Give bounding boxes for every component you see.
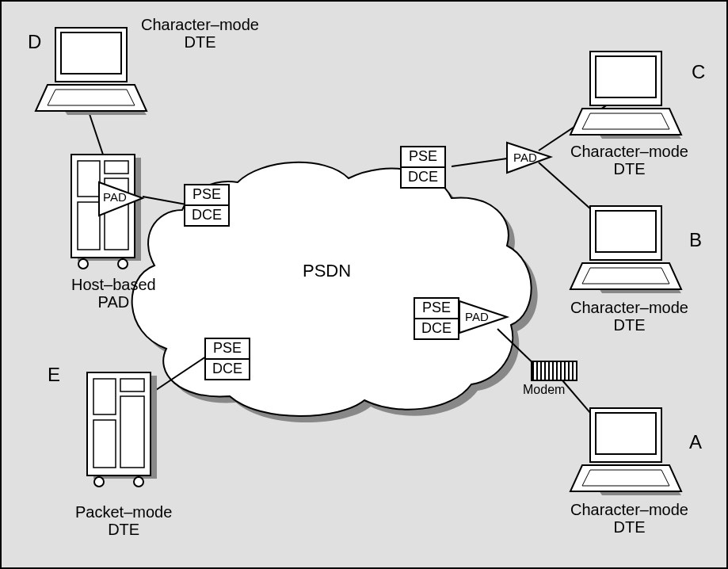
svg-marker-27 — [582, 470, 669, 486]
packet-server-icon — [87, 372, 157, 487]
modem-icon — [531, 361, 577, 381]
svg-marker-22 — [582, 268, 669, 284]
pse-dce-box-bottom-left: PSE DCE — [204, 338, 250, 380]
svg-rect-40 — [120, 396, 144, 468]
svg-point-43 — [134, 477, 143, 487]
pse-label: PSE — [402, 147, 444, 168]
packet-mode-label: Packet–mode DTE — [75, 503, 172, 538]
pse-dce-box-bottom-right: PSE DCE — [414, 297, 459, 340]
char-mode-a-label: Character–mode DTE — [570, 501, 688, 536]
laptop-d-icon — [36, 28, 147, 115]
dce-label: DCE — [206, 360, 249, 379]
laptop-c-icon — [570, 52, 681, 139]
svg-rect-20 — [596, 211, 656, 252]
svg-point-34 — [78, 259, 88, 269]
svg-marker-17 — [582, 113, 669, 129]
letter-d: D — [28, 32, 41, 52]
letter-b: B — [689, 230, 702, 250]
diagram-canvas: PSE DCE PSE DCE PSE DCE PSE DCE PAD PAD … — [0, 0, 728, 569]
svg-line-3 — [452, 158, 507, 166]
svg-rect-41 — [93, 420, 116, 468]
laptop-b-icon — [570, 206, 681, 293]
svg-rect-33 — [78, 202, 100, 250]
pad-label-bottom-right: PAD — [465, 310, 489, 323]
svg-rect-39 — [120, 379, 144, 391]
svg-rect-25 — [596, 413, 656, 454]
pse-dce-box-left: PSE DCE — [184, 184, 230, 227]
svg-rect-31 — [105, 161, 128, 174]
svg-rect-15 — [596, 56, 656, 97]
svg-rect-30 — [78, 161, 100, 197]
laptop-a-icon — [570, 408, 681, 495]
pse-label: PSE — [206, 339, 249, 360]
svg-rect-10 — [61, 32, 121, 74]
letter-a: A — [689, 432, 702, 453]
char-mode-d-label: Character–mode DTE — [141, 16, 259, 51]
dce-label: DCE — [402, 168, 444, 187]
modem-label: Modem — [523, 383, 565, 397]
svg-rect-38 — [93, 379, 116, 414]
char-mode-c-label: Character–mode DTE — [570, 143, 688, 178]
pad-label-right: PAD — [513, 151, 537, 164]
host-pad-label: Host–based PAD — [71, 276, 156, 311]
svg-point-35 — [118, 259, 128, 269]
dce-label: DCE — [185, 206, 228, 225]
letter-e: E — [48, 365, 60, 385]
pse-label: PSE — [415, 299, 458, 319]
pse-dce-box-top-right: PSE DCE — [400, 146, 446, 189]
dce-label: DCE — [415, 319, 458, 338]
svg-point-42 — [94, 477, 104, 487]
letter-c: C — [692, 62, 705, 82]
psdn-label: PSDN — [303, 262, 351, 281]
pad-label-host: PAD — [103, 190, 127, 204]
pse-label: PSE — [185, 185, 228, 206]
char-mode-b-label: Character–mode DTE — [570, 299, 688, 334]
svg-line-1 — [143, 197, 186, 204]
svg-marker-12 — [48, 90, 135, 105]
